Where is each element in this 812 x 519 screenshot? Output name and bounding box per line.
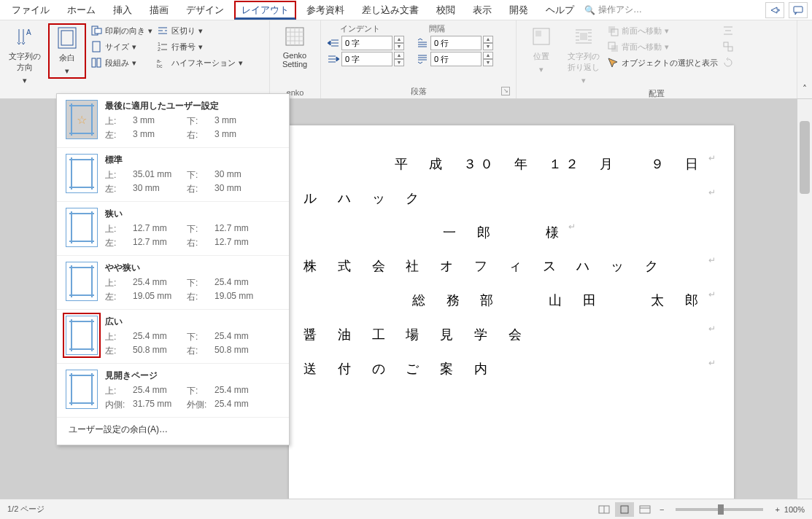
breaks-button[interactable]: 区切り ▾ [157,23,243,38]
indent-right-icon [327,54,340,64]
margin-key: 下: [187,331,212,343]
genko-button[interactable]: Genko Setting [276,23,314,70]
margin-key: 下: [187,277,212,289]
margin-value: 35.01 mm [133,169,184,182]
spin-up[interactable]: ▲ [394,36,404,43]
tab-developer[interactable]: 開発 [502,1,535,20]
tab-home[interactable]: ホーム [60,1,103,20]
zoom-in-button[interactable]: + [775,505,779,514]
search-icon: 🔍 [584,5,595,15]
tab-layout[interactable]: レイアウト [234,1,296,20]
margin-value: 50.8 mm [214,345,266,357]
page-indicator[interactable]: 1/2 ページ [7,504,45,515]
orientation-button[interactable]: 印刷の向き ▾ [90,23,152,38]
group-icon [722,41,734,52]
breaks-icon [157,25,169,36]
read-mode-button[interactable] [595,502,614,517]
comments-button[interactable] [789,2,808,18]
page[interactable]: 平 成 ３０ 年 １２ 月 ９ 日↵ ル ハ ッ ク↵ 一 郎 様↵ 株 式 会… [289,125,734,499]
rotate-icon [722,57,734,69]
zoom-slider-handle[interactable] [718,504,724,515]
tab-references[interactable]: 参考資料 [299,1,352,20]
margin-option-1[interactable]: 標準上:35.01 mm下:30 mm左:30 mm右:30 mm [57,147,289,201]
breaks-label: 区切り [171,26,196,36]
paragraph-mark-icon: ↵ [708,249,719,284]
svg-rect-0 [794,7,803,12]
size-button[interactable]: サイズ ▾ [90,39,152,54]
margin-key: 左: [105,129,130,141]
spin-down[interactable]: ▼ [483,59,493,66]
svg-rect-5 [95,28,101,34]
margin-key: 右: [187,129,212,141]
spacing-before-input[interactable] [430,36,482,50]
margin-value: 30 mm [214,169,266,182]
zoom-level[interactable]: 100% [784,505,805,514]
line-numbers-button[interactable]: 12行番号 ▾ [157,39,243,54]
tell-me-search[interactable]: 🔍 操作アシ… [584,4,642,16]
margin-value: 50.8 mm [133,345,184,357]
margins-button[interactable]: 余白 ▾ [48,23,86,79]
margin-value: 25.4 mm [214,385,266,397]
margin-option-4[interactable]: 広い上:25.4 mm下:25.4 mm左:50.8 mm右:50.8 mm [57,309,289,363]
paragraph-mark-icon: ↵ [708,147,719,182]
selection-pane-button[interactable]: オブジェクトの選択と表示 [607,55,718,70]
margin-key: 外側: [187,399,212,411]
share-button[interactable] [765,2,784,18]
hyphenation-button[interactable]: a-bcハイフネーション ▾ [157,55,243,70]
indent-left-spinner[interactable]: ▲▼ [327,36,404,50]
spin-down[interactable]: ▼ [394,43,404,50]
collapse-ribbon-button[interactable]: ˄ [803,84,807,94]
tab-review[interactable]: 校閲 [429,1,463,20]
text-direction-button[interactable]: A 文字列の方向 ▾ [6,23,44,87]
svg-text:a-: a- [157,58,162,63]
tab-mailings[interactable]: 差し込み文書 [355,1,426,20]
spacing-after-spinner[interactable]: ▲▼ [416,52,493,66]
spin-up[interactable]: ▲ [483,52,493,59]
tab-view[interactable]: 表示 [465,1,499,20]
spin-up[interactable]: ▲ [394,52,404,59]
tab-draw[interactable]: 描画 [142,1,176,20]
size-icon [90,41,102,52]
margin-option-3[interactable]: やや狭い上:25.4 mm下:25.4 mm左:19.05 mm右:19.05 … [57,255,289,309]
columns-button[interactable]: 段組み ▾ [90,55,152,70]
margin-value: 12.7 mm [214,237,266,249]
custom-margins-button[interactable]: ユーザー設定の余白(A)… [57,417,289,442]
margin-thumb-icon: ☆ [66,100,98,139]
spacing-before-spinner[interactable]: ▲▼ [416,36,493,50]
dropdown-arrow-icon: ▾ [132,58,136,68]
tab-file[interactable]: ファイル [4,1,57,20]
margin-option-0[interactable]: ☆最後に適用したユーザー設定上:3 mm下:3 mm左:3 mm右:3 mm [57,94,289,147]
svg-rect-16 [580,33,587,40]
menubar: ファイル ホーム 挿入 描画 デザイン レイアウト 参考資料 差し込み文書 校閲… [0,0,812,20]
dialog-launcher[interactable]: ↘ [501,87,510,95]
spin-down[interactable]: ▼ [483,43,493,50]
tab-help[interactable]: ヘルプ [538,1,581,20]
web-layout-button[interactable] [635,502,654,517]
arrange-group-label: 配置 [522,87,791,99]
spin-down[interactable]: ▼ [394,59,404,66]
indent-left-input[interactable] [341,36,393,50]
margin-key: 右: [187,291,212,303]
dropdown-arrow-icon: ▾ [198,26,203,36]
indent-right-input[interactable] [341,52,393,66]
margin-value: 3 mm [214,115,266,128]
spacing-after-input[interactable] [430,52,482,66]
indent-right-spinner[interactable]: ▲▼ [327,52,404,66]
scrollbar-thumb[interactable] [800,121,810,194]
margin-option-5[interactable]: 見開きページ上:25.4 mm下:25.4 mm内側:31.75 mm外側:25… [57,363,289,417]
tab-insert[interactable]: 挿入 [106,1,139,20]
position-label: 位置 [533,51,549,62]
tab-design[interactable]: デザイン [179,1,231,20]
margin-key: 上: [105,115,130,128]
print-layout-button[interactable] [615,502,634,517]
margin-thumb-icon [66,208,98,247]
position-button: 位置▾ [522,23,560,76]
vertical-scrollbar[interactable] [797,99,812,499]
spin-up[interactable]: ▲ [483,36,493,43]
zoom-slider[interactable] [676,508,763,511]
margins-label: 余白 [59,52,75,63]
zoom-out-button[interactable]: − [660,505,664,514]
margin-option-2[interactable]: 狭い上:12.7 mm下:12.7 mm左:12.7 mm右:12.7 mm [57,201,289,255]
paragraph-mark-icon: ↵ [708,284,719,318]
bring-forward-button: 前面へ移動 ▾ [607,23,718,38]
